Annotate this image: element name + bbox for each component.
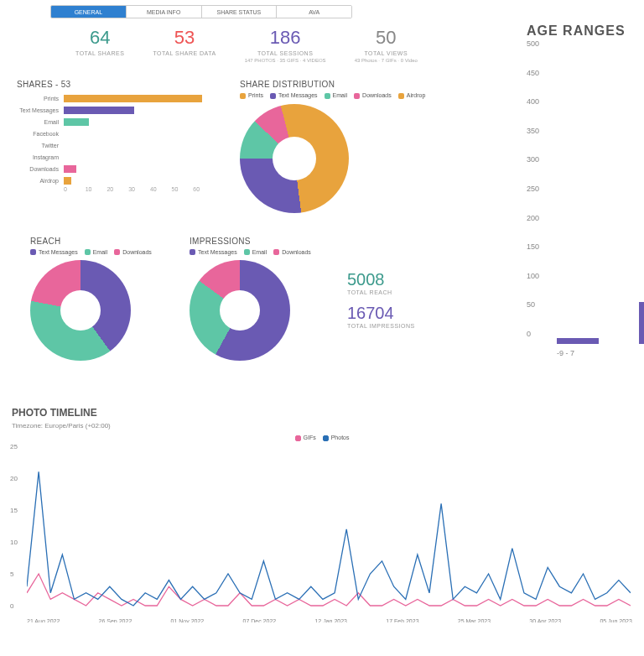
bar-row: Facebook [17,128,235,139]
age-ranges-chart: 050100150200250300350400450500-9 - 7 [548,44,644,354]
bar-category: Downloads [17,166,64,172]
legend-item: Text Messages [30,249,78,256]
totals: 5008 TOTAL REACH 16704 TOTAL IMPRESSIONS [347,270,415,370]
kpi-value: 186 [245,27,326,49]
legend-swatch [114,249,120,255]
kpi-sub: 43 Photos · 7 GIFs · 0 Video [355,58,418,63]
y-tick: 25 [10,442,18,450]
impressions-legend: Text MessagesEmailDownloads [190,249,332,256]
legend-swatch [398,93,404,99]
legend-swatch [323,435,329,441]
y-tick: 200 [527,214,539,222]
bar [64,95,202,102]
reach-legend: Text MessagesEmailDownloads [30,249,190,256]
timeline-section: PHOTO TIMELINE Timezone: Europe/Paris (+… [0,395,644,622]
share-dist-title: SHARE DISTRIBUTION [240,80,425,89]
x-tick: 26 Sep 2022 [99,618,132,622]
kpi-label: TOTAL SHARE DATA [153,50,216,56]
share-dist-legend: PrintsText MessagesEmailDownloadsAirdrop [240,92,425,99]
legend-item: Text Messages [190,249,237,256]
bar-row: Downloads [17,163,235,174]
legend-swatch [273,249,279,255]
legend-item: Text Messages [270,92,318,99]
kpi-label: TOTAL SESSIONS [245,50,326,56]
x-tick: 40 [150,186,172,192]
legend-item: Photos [323,435,350,441]
total-impr-label: TOTAL IMPRESSIONS [347,323,415,329]
bar [64,165,76,173]
kpi-views: 50 TOTAL VIEWS 43 Photos · 7 GIFs · 0 Vi… [355,27,418,63]
y-tick: 350 [527,127,539,135]
bar [64,177,71,185]
legend-swatch [85,249,91,255]
kpi-sub: 147 PHOTOS · 35 GIFS · 4 VIDEOS [245,58,326,63]
y-tick: 10 [10,538,18,545]
x-labels: 21 Aug 202226 Sep 202201 Nov 202207 Dec … [27,618,632,622]
x-tick: 50 [172,186,194,192]
timeline-timezone: Timezone: Europe/Paris (+02:00) [12,422,632,430]
kpi-label: TOTAL SHARES [75,50,124,56]
y-tick: 450 [527,69,539,77]
total-reach-label: TOTAL REACH [347,289,415,295]
legend-swatch [325,93,330,99]
share-dist-donut [240,104,349,213]
timeline-title: PHOTO TIMELINE [12,407,632,419]
x-tick: 17 Feb 2023 [386,618,418,622]
tab-media-info[interactable]: MEDIA INFO [127,6,202,18]
tab-share-status[interactable]: SHARE STATUS [202,6,278,18]
tabs: GENERAL MEDIA INFO SHARE STATUS AVA [50,5,352,18]
impressions-donut [190,260,290,361]
legend-swatch [270,93,276,99]
kpi-share-data: 53 TOTAL SHARE DATA [153,27,216,63]
bar-category: Facebook [17,131,64,137]
reach-title: REACH [30,237,190,246]
total-impr-value: 16704 [347,304,415,323]
impressions-title: IMPRESSIONS [190,237,332,246]
age-bar [557,338,599,344]
x-tick: 10 [86,186,107,192]
bar [64,107,134,114]
bar [64,118,89,126]
x-tick: 07 Dec 2022 [242,618,276,622]
x-tick: 60 [193,186,215,192]
bar-row: Email [17,116,235,128]
x-tick: 12 Jan 2023 [314,618,347,622]
kpi-label: TOTAL VIEWS [355,50,418,56]
shares-x-axis: 0102030405060 [64,186,215,192]
bar-row: Instagram [17,151,235,163]
shares-title: SHARES - 53 [17,80,235,89]
legend-swatch [30,249,36,255]
age-ranges-title: AGE RANGES [527,23,644,39]
x-tick: 25 Mar 2023 [458,618,491,622]
y-tick: 500 [527,39,539,48]
age-category: -9 - 7 [557,349,574,357]
bar-category: Prints [17,96,64,102]
tab-general[interactable]: GENERAL [51,6,127,18]
y-tick: 5 [10,570,13,577]
reach-donut [30,260,131,361]
legend-swatch [295,435,301,441]
age-bar [639,302,644,344]
legend-swatch [244,249,250,255]
series-line [27,471,631,606]
reach-section: REACH Text MessagesEmailDownloads [30,237,190,362]
legend-item: Email [85,249,108,256]
kpi-total-shares: 64 TOTAL SHARES [75,27,124,63]
bar-category: Airdrop [17,178,64,184]
kpi-sessions: 186 TOTAL SESSIONS 147 PHOTOS · 35 GIFS … [245,27,326,63]
x-tick: 30 Apr 2023 [529,618,561,622]
shares-bar-chart: PrintsText MessagesEmailFacebookTwitterI… [17,92,235,186]
legend-swatch [190,249,195,255]
kpi-value: 53 [153,27,216,49]
y-tick: 300 [527,155,539,164]
tab-ava[interactable]: AVA [277,6,351,18]
total-reach-value: 5008 [347,270,415,289]
legend-item: Downloads [114,249,152,256]
series-line [27,574,631,606]
x-tick: 01 Nov 2022 [171,618,205,622]
share-dist-section: SHARE DISTRIBUTION PrintsText MessagesEm… [240,80,425,213]
x-tick: 05 Jun 2023 [600,618,632,622]
legend-item: GIFs [295,435,316,441]
legend-item: Downloads [354,92,392,99]
impressions-section: IMPRESSIONS Text MessagesEmailDownloads [190,237,332,362]
